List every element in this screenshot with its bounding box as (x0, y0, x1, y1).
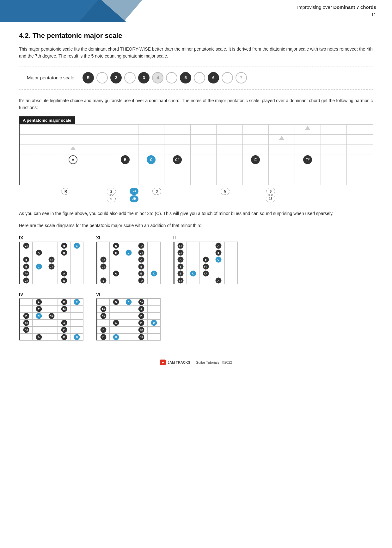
diag-cell (225, 270, 237, 277)
diag-cell (33, 242, 45, 249)
diag-cell (148, 242, 160, 249)
diag-cell: A (58, 270, 70, 277)
diagram-XI: XI E F# (96, 235, 161, 284)
fretboard-cell (295, 124, 321, 134)
diag-cell: F# (58, 305, 70, 312)
note-Cs: C# (48, 313, 54, 319)
diag-cell (45, 249, 58, 256)
diag-cell: B (97, 333, 110, 340)
diag-row: B C C# (97, 249, 161, 256)
note-E: E (138, 313, 144, 319)
note-A: A (138, 256, 144, 262)
diagram-II-grid: F# A C# (173, 242, 238, 284)
diag-cell (122, 256, 135, 263)
func-col-10 (236, 187, 259, 202)
diag-cell (110, 263, 122, 270)
scale-box-label: Major pentatonic scale (27, 75, 77, 80)
fretboard-cell (347, 155, 373, 165)
diagrams-row-2: IV A B C (19, 292, 373, 341)
diag-cell (148, 305, 160, 312)
diag-cell: C# (20, 242, 33, 249)
fretboard-cell (295, 134, 321, 145)
diag-cell: E (33, 305, 45, 312)
diag-row: E F# (97, 326, 161, 333)
diag-cell: C# (135, 333, 148, 340)
note-Cs: C# (138, 299, 144, 305)
diag-cell: B (110, 249, 122, 256)
diagrams-row-1: IX C# E (19, 235, 373, 284)
diag-cell: B (174, 270, 187, 277)
diag-cell: F# (97, 305, 110, 312)
diag-cell (225, 249, 237, 256)
diag-row: A B C (20, 333, 83, 340)
func-col-3 (77, 187, 100, 202)
fretboard-cell (60, 175, 86, 185)
note-B: B (23, 313, 29, 319)
fretboard-cell-C: C (138, 155, 164, 165)
func-col-2: 2 9 (100, 187, 123, 202)
note-E: E (215, 249, 221, 256)
scale-diagrams-section: IX C# E (19, 235, 373, 341)
diag-cell (70, 256, 83, 263)
diag-cell: A (33, 333, 45, 340)
fretboard-cell (138, 134, 164, 145)
fretboard-nut-1 (20, 124, 34, 134)
diag-row: A B C (20, 299, 83, 305)
diag-cell: C# (20, 277, 33, 284)
fretboard-cell (112, 124, 138, 134)
body-text-4: Here are the scale diagrams for the pent… (19, 222, 373, 229)
diag-cell: A (135, 256, 148, 263)
fretboard-cell (138, 145, 164, 155)
diagram-II-label: II (173, 235, 238, 240)
diag-cell: C# (199, 270, 212, 277)
note-E-s4: E (251, 155, 260, 164)
note-Cs: C# (23, 278, 29, 284)
diagram-XI-table: E F# B (96, 242, 160, 284)
note-A-s4: A (69, 155, 77, 164)
diag-cell: C (148, 319, 160, 326)
func-badge-6: 6 (266, 188, 275, 195)
diag-cell: A (212, 242, 225, 249)
note-C-blue: C (36, 313, 42, 319)
func-col-1 (32, 187, 54, 202)
note-Fs: F# (61, 306, 67, 312)
diag-cell (45, 242, 58, 249)
diag-cell (110, 305, 122, 312)
note-3: 3 (138, 72, 150, 83)
diag-cell (70, 326, 83, 333)
fretboard-cell (217, 134, 242, 145)
fretboard-cell (242, 145, 268, 155)
note-2: 2 (110, 72, 122, 83)
diag-cell: E (212, 249, 225, 256)
diag-cell (70, 270, 83, 277)
diag-cell (148, 333, 160, 340)
note-A: A (113, 320, 119, 326)
fretboard-cell (347, 124, 373, 134)
note-E: E (138, 263, 144, 269)
diag-cell: A (135, 305, 148, 312)
footer-logo: ▶ JAM TRACKS (160, 360, 190, 365)
diag-cell (187, 242, 199, 249)
diag-cell: E (58, 326, 70, 333)
diag-cell (225, 242, 237, 249)
diag-row: C# E (97, 312, 161, 319)
diag-cell: E (135, 263, 148, 270)
main-content: 4.2. The pentatonic major scale This maj… (0, 22, 392, 353)
diag-cell: C (110, 333, 122, 340)
note-Cs: C# (178, 249, 184, 256)
fretboard-cell (217, 145, 242, 155)
page-number: 11 (371, 12, 376, 17)
fretboard-nut-6 (20, 175, 34, 185)
diag-cell (45, 319, 58, 326)
diag-cell (58, 263, 70, 270)
diag-row: B C C# (20, 312, 83, 319)
fretboard-string-2 (20, 134, 373, 145)
note-E: E (23, 256, 29, 262)
fretboard-cell (112, 145, 138, 155)
diagram-IV: IV A B C (19, 292, 83, 341)
diag-cell (33, 326, 45, 333)
diag-cell (20, 333, 33, 340)
func-col-3rd: 3 (145, 187, 168, 202)
body-text-2: It's an absolute legitimate choice and m… (19, 97, 373, 111)
note-Fs: F# (23, 320, 29, 326)
